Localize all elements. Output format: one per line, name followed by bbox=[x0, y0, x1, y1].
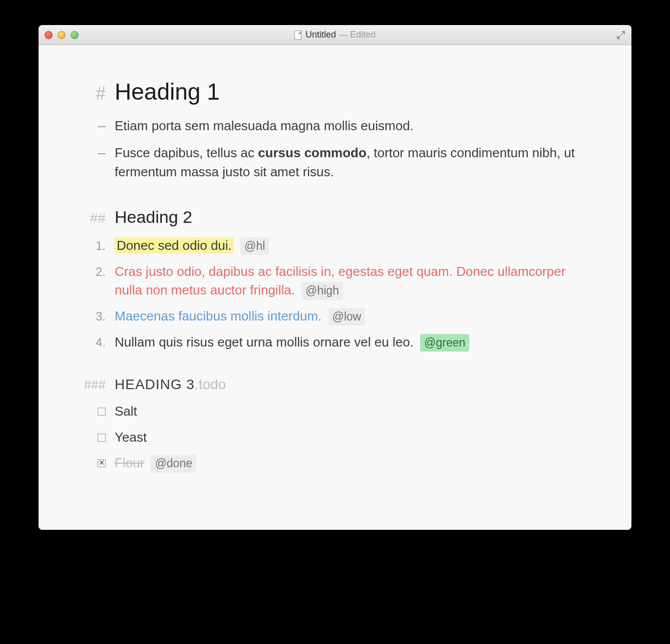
numbered-row: 2. Cras justo odio, dapibus ac facilisis… bbox=[79, 262, 591, 300]
bullet-text-before: Fusce dapibus, tellus ac bbox=[115, 145, 258, 160]
bullet-row: – Etiam porta sem malesuada magna mollis… bbox=[79, 116, 591, 136]
numbered-text: Donec sed odio dui. @hl bbox=[115, 236, 591, 255]
bullet-row: – Fusce dapibus, tellus ac cursus commod… bbox=[79, 143, 591, 181]
bullet-marker: – bbox=[79, 116, 106, 136]
heading-3-label: HEADING 3 bbox=[115, 377, 195, 392]
fullscreen-button[interactable] bbox=[616, 31, 625, 40]
tag-hl: @hl bbox=[240, 237, 269, 255]
plain-text: Nullam quis risus eget urna mollis ornar… bbox=[115, 335, 414, 350]
numbered-text: Maecenas faucibus mollis interdum. @low bbox=[115, 307, 591, 326]
heading-2-row: ## Heading 2 bbox=[79, 205, 591, 229]
todo-text: Salt bbox=[115, 402, 591, 421]
bullet-text: Etiam porta sem malesuada magna mollis e… bbox=[115, 117, 591, 136]
todo-checkbox-gutter bbox=[79, 405, 106, 416]
numbered-row: 3. Maecenas faucibus mollis interdum. @l… bbox=[79, 307, 591, 326]
tag-low: @low bbox=[328, 308, 366, 326]
document-status: — Edited bbox=[339, 30, 376, 40]
todo-checkbox-gutter bbox=[79, 431, 106, 442]
close-button[interactable] bbox=[45, 31, 53, 39]
numbered-row: 1. Donec sed odio dui. @hl bbox=[79, 236, 591, 255]
todo-done-text: Flour bbox=[115, 455, 144, 470]
tag-green: @green bbox=[420, 334, 469, 352]
numbered-marker: 4. bbox=[79, 334, 106, 352]
heading-1-row: # Heading 1 bbox=[79, 75, 591, 109]
todo-checkbox-gutter bbox=[79, 456, 106, 467]
checkbox-unchecked-icon[interactable] bbox=[98, 434, 106, 442]
blue-text: Maecenas faucibus mollis interdum. bbox=[115, 308, 321, 324]
checkbox-unchecked-icon[interactable] bbox=[98, 408, 106, 416]
numbered-row: 4. Nullam quis risus eget urna mollis or… bbox=[79, 333, 591, 352]
document-name: Untitled bbox=[305, 30, 336, 40]
window-title: Untitled — Edited bbox=[305, 30, 376, 40]
heading-2-text: Heading 2 bbox=[115, 205, 591, 229]
heading-3-suffix: .todo bbox=[195, 377, 226, 392]
heading-3-text: HEADING 3.todo bbox=[115, 375, 591, 395]
heading-3-row: ### HEADING 3.todo bbox=[79, 375, 591, 395]
window-titlebar[interactable]: Untitled — Edited bbox=[39, 25, 631, 45]
bullet-text-bold: cursus commodo bbox=[258, 145, 367, 160]
editor-area[interactable]: # Heading 1 – Etiam porta sem malesuada … bbox=[39, 45, 631, 530]
todo-row: Flour @done bbox=[79, 454, 591, 473]
window-title-container: Untitled — Edited bbox=[39, 30, 631, 40]
bullet-marker: – bbox=[79, 143, 106, 163]
app-window: Untitled — Edited # Heading 1 – Etiam po… bbox=[39, 25, 631, 530]
todo-row: Salt bbox=[79, 402, 591, 421]
numbered-text: Nullam quis risus eget urna mollis ornar… bbox=[115, 333, 591, 352]
numbered-text: Cras justo odio, dapibus ac facilisis in… bbox=[115, 262, 591, 300]
todo-text: Yeast bbox=[115, 428, 591, 447]
tag-high: @high bbox=[301, 282, 343, 299]
tag-done: @done bbox=[151, 455, 196, 472]
checkbox-checked-icon[interactable] bbox=[98, 459, 106, 467]
heading-1-marker: # bbox=[79, 81, 106, 107]
numbered-marker: 2. bbox=[79, 263, 106, 281]
minimize-button[interactable] bbox=[58, 31, 66, 39]
traffic-lights bbox=[45, 31, 79, 39]
numbered-marker: 3. bbox=[79, 308, 106, 326]
document-icon bbox=[294, 31, 301, 40]
zoom-button[interactable] bbox=[71, 31, 79, 39]
todo-text: Flour @done bbox=[115, 454, 591, 473]
heading-2-marker: ## bbox=[79, 208, 106, 229]
heading-3-marker: ### bbox=[79, 376, 106, 395]
bullet-text: Fusce dapibus, tellus ac cursus commodo,… bbox=[115, 144, 591, 181]
heading-1-text: Heading 1 bbox=[115, 75, 591, 109]
numbered-marker: 1. bbox=[79, 237, 106, 255]
todo-row: Yeast bbox=[79, 428, 591, 447]
highlighted-text: Donec sed odio dui. bbox=[115, 237, 234, 253]
